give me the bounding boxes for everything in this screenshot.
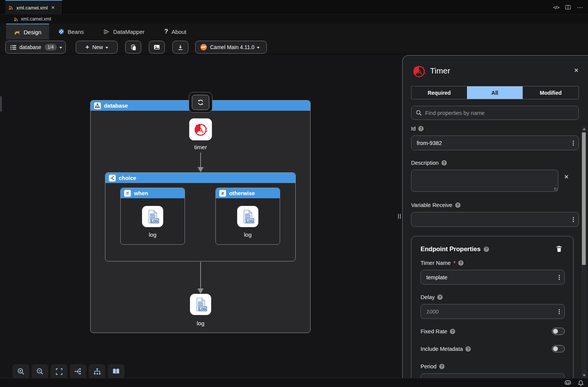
period-field[interactable]	[421, 373, 565, 378]
editor-tab-title: xml.camel.xml	[16, 5, 48, 11]
horizontal-layout-button[interactable]	[70, 364, 86, 379]
panel-resize-handle[interactable]	[398, 214, 401, 219]
help-icon[interactable]: ?	[455, 202, 461, 208]
scroll-up-arrow[interactable]	[583, 128, 586, 130]
refresh-button[interactable]	[192, 95, 209, 110]
help-icon[interactable]: ?	[465, 346, 471, 352]
breadcrumb-item[interactable]: xml.camel.xml	[21, 16, 51, 22]
zoom-out-icon	[36, 368, 44, 375]
timer-name-field[interactable]	[421, 270, 565, 285]
help-icon[interactable]: ?	[418, 126, 424, 131]
node-log-when[interactable]: LOG	[142, 206, 163, 227]
question-icon: ?	[164, 28, 168, 35]
kebab-menu-icon[interactable]	[573, 140, 574, 145]
node-log-otherwise[interactable]: LOG	[237, 206, 258, 227]
xml-file-icon	[8, 5, 14, 10]
scrollbar-thumb[interactable]	[582, 132, 586, 265]
more-actions-icon[interactable]: ⋯	[577, 4, 583, 11]
copy-flow-button[interactable]	[125, 41, 141, 54]
when-group-header[interactable]: = when	[121, 188, 185, 198]
choice-icon	[109, 175, 116, 182]
endpoint-properties-title: Endpoint Properties?	[421, 245, 489, 253]
tab-required[interactable]: Required	[411, 86, 467, 99]
textarea-resize-handle[interactable]	[554, 188, 558, 191]
description-clear-icon[interactable]: ✕	[564, 174, 569, 180]
route-selector-button[interactable]: database 1/4 ▾	[5, 41, 66, 54]
canvas-controls	[13, 364, 124, 379]
zoom-in-button[interactable]	[13, 364, 29, 379]
editor-tab[interactable]: xml.camel.xml ✕	[5, 0, 62, 14]
tab-close-icon[interactable]: ✕	[51, 5, 55, 10]
choice-group-header[interactable]: choice	[105, 173, 295, 183]
id-field[interactable]	[411, 135, 579, 150]
tab-modified[interactable]: Modified	[523, 86, 578, 99]
split-editor-icon[interactable]	[565, 5, 571, 10]
catalog-button[interactable]	[108, 364, 124, 379]
tab-beans[interactable]: Beans	[51, 24, 92, 40]
canvas-scrollbar[interactable]	[0, 96, 2, 111]
help-icon[interactable]: ?	[450, 329, 455, 334]
new-route-button[interactable]: + New ▾	[76, 41, 118, 54]
fit-to-screen-icon	[56, 368, 63, 375]
tab-about[interactable]: ? About	[157, 24, 194, 40]
id-input[interactable]	[411, 136, 578, 150]
description-textarea[interactable]	[411, 170, 558, 192]
notifications-bell-icon[interactable]	[578, 380, 583, 386]
panel-close-icon[interactable]: ✕	[574, 67, 579, 74]
panel-timer-icon	[411, 63, 427, 79]
help-icon[interactable]: ?	[437, 295, 443, 300]
help-icon[interactable]: ?	[441, 160, 447, 166]
scroll-down-arrow[interactable]	[583, 374, 586, 377]
export-image-button[interactable]	[149, 41, 165, 54]
canvas[interactable]: database timer choice = when LOG log	[0, 54, 588, 378]
help-icon[interactable]: ?	[458, 260, 464, 266]
zoom-out-button[interactable]	[32, 364, 48, 379]
export-download-button[interactable]	[172, 41, 188, 54]
zoom-in-icon	[17, 368, 25, 375]
period-input[interactable]	[421, 374, 564, 378]
open-changes-icon[interactable]: </>	[553, 5, 559, 10]
search-input[interactable]	[425, 110, 574, 116]
delay-field[interactable]	[421, 304, 565, 319]
otherwise-group-label: otherwise	[229, 190, 255, 196]
route-group-label: database	[104, 103, 128, 109]
copilot-icon[interactable]	[564, 380, 571, 385]
book-icon	[112, 368, 120, 375]
otherwise-group-header[interactable]: ≠ otherwise	[216, 188, 280, 198]
trash-icon[interactable]	[556, 245, 562, 252]
log-icon: LOG	[240, 209, 255, 224]
kebab-menu-icon[interactable]	[573, 217, 574, 222]
node-log[interactable]: LOG	[190, 294, 211, 315]
fit-to-screen-button[interactable]	[51, 364, 67, 379]
route-list-icon	[10, 45, 16, 50]
tab-all[interactable]: All	[467, 86, 523, 99]
edge-timer-choice	[200, 153, 201, 167]
delay-input[interactable]	[421, 304, 564, 319]
runtime-selector-button[interactable]: Camel Main 4.11.0 ▾	[195, 41, 267, 54]
help-icon[interactable]: ?	[439, 364, 445, 369]
kebab-menu-icon[interactable]	[559, 275, 560, 280]
help-icon[interactable]: ?	[484, 247, 489, 252]
fixed-rate-toggle[interactable]	[552, 328, 565, 335]
breadcrumb: xml.camel.xml	[0, 14, 588, 24]
not-equals-icon: ≠	[219, 190, 226, 197]
node-timer[interactable]	[189, 118, 212, 140]
timer-name-input[interactable]	[421, 270, 564, 284]
status-bar	[0, 378, 588, 387]
edge-choice-log	[200, 262, 201, 288]
new-route-label: New	[92, 44, 103, 50]
kebab-menu-icon[interactable]	[559, 309, 560, 314]
vertical-layout-button[interactable]	[89, 364, 105, 379]
variable-receive-field[interactable]	[411, 212, 579, 227]
variable-receive-label: Variable Receive?	[411, 202, 461, 208]
description-label: Description?	[411, 160, 447, 166]
edge-arrowhead	[198, 167, 204, 172]
tab-datamapper[interactable]: DataMapper	[96, 24, 152, 40]
horizontal-layout-icon	[74, 368, 82, 375]
timer-name-label: Timer Name*?	[421, 260, 464, 266]
include-metadata-toggle[interactable]	[552, 345, 565, 352]
property-search[interactable]	[411, 106, 579, 120]
variable-receive-input[interactable]	[411, 212, 578, 226]
tab-design[interactable]: Design	[6, 24, 49, 40]
panel-scrollbar[interactable]	[582, 126, 586, 378]
